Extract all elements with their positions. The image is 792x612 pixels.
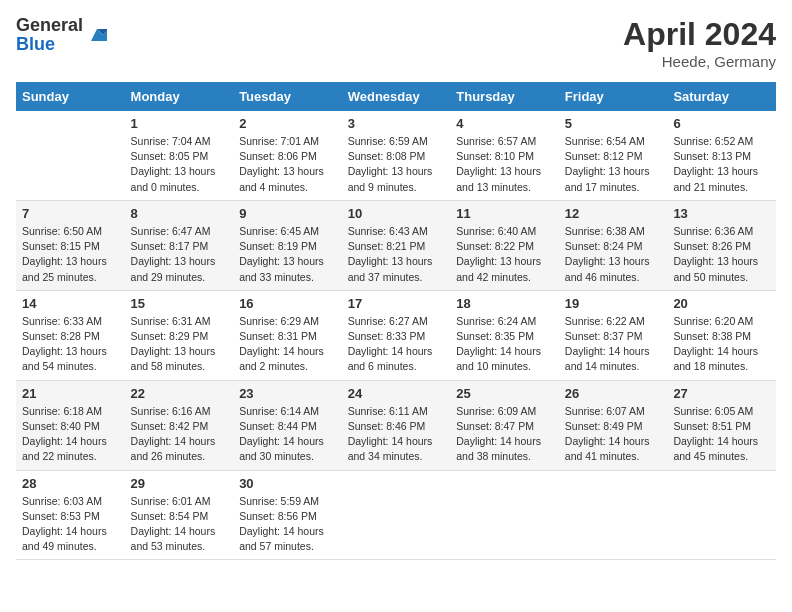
calendar-cell: 15Sunrise: 6:31 AMSunset: 8:29 PMDayligh…: [125, 290, 234, 380]
weekday-header-friday: Friday: [559, 82, 668, 111]
day-number: 14: [22, 296, 119, 311]
day-info: Sunrise: 6:38 AMSunset: 8:24 PMDaylight:…: [565, 224, 662, 285]
calendar-cell: 9Sunrise: 6:45 AMSunset: 8:19 PMDaylight…: [233, 200, 342, 290]
day-info: Sunrise: 6:22 AMSunset: 8:37 PMDaylight:…: [565, 314, 662, 375]
day-info: Sunrise: 6:43 AMSunset: 8:21 PMDaylight:…: [348, 224, 445, 285]
calendar-cell: [667, 470, 776, 560]
day-info: Sunrise: 6:14 AMSunset: 8:44 PMDaylight:…: [239, 404, 336, 465]
day-info: Sunrise: 6:59 AMSunset: 8:08 PMDaylight:…: [348, 134, 445, 195]
calendar-week-row: 28Sunrise: 6:03 AMSunset: 8:53 PMDayligh…: [16, 470, 776, 560]
day-number: 24: [348, 386, 445, 401]
weekday-header-row: SundayMondayTuesdayWednesdayThursdayFrid…: [16, 82, 776, 111]
calendar-week-row: 7Sunrise: 6:50 AMSunset: 8:15 PMDaylight…: [16, 200, 776, 290]
day-number: 18: [456, 296, 553, 311]
day-info: Sunrise: 6:57 AMSunset: 8:10 PMDaylight:…: [456, 134, 553, 195]
day-info: Sunrise: 6:36 AMSunset: 8:26 PMDaylight:…: [673, 224, 770, 285]
day-number: 11: [456, 206, 553, 221]
day-info: Sunrise: 6:29 AMSunset: 8:31 PMDaylight:…: [239, 314, 336, 375]
calendar-cell: [450, 470, 559, 560]
day-number: 21: [22, 386, 119, 401]
calendar-cell: 22Sunrise: 6:16 AMSunset: 8:42 PMDayligh…: [125, 380, 234, 470]
day-info: Sunrise: 6:20 AMSunset: 8:38 PMDaylight:…: [673, 314, 770, 375]
day-info: Sunrise: 6:47 AMSunset: 8:17 PMDaylight:…: [131, 224, 228, 285]
calendar-cell: 17Sunrise: 6:27 AMSunset: 8:33 PMDayligh…: [342, 290, 451, 380]
weekday-header-thursday: Thursday: [450, 82, 559, 111]
weekday-header-saturday: Saturday: [667, 82, 776, 111]
calendar-cell: 6Sunrise: 6:52 AMSunset: 8:13 PMDaylight…: [667, 111, 776, 200]
day-number: 17: [348, 296, 445, 311]
day-info: Sunrise: 6:54 AMSunset: 8:12 PMDaylight:…: [565, 134, 662, 195]
day-number: 6: [673, 116, 770, 131]
calendar-cell: 12Sunrise: 6:38 AMSunset: 8:24 PMDayligh…: [559, 200, 668, 290]
day-number: 20: [673, 296, 770, 311]
day-info: Sunrise: 7:01 AMSunset: 8:06 PMDaylight:…: [239, 134, 336, 195]
calendar-cell: 3Sunrise: 6:59 AMSunset: 8:08 PMDaylight…: [342, 111, 451, 200]
day-number: 22: [131, 386, 228, 401]
day-info: Sunrise: 6:18 AMSunset: 8:40 PMDaylight:…: [22, 404, 119, 465]
day-info: Sunrise: 6:05 AMSunset: 8:51 PMDaylight:…: [673, 404, 770, 465]
page-header: General Blue April 2024 Heede, Germany: [16, 16, 776, 70]
day-number: 3: [348, 116, 445, 131]
calendar-cell: 30Sunrise: 5:59 AMSunset: 8:56 PMDayligh…: [233, 470, 342, 560]
calendar-week-row: 1Sunrise: 7:04 AMSunset: 8:05 PMDaylight…: [16, 111, 776, 200]
weekday-header-wednesday: Wednesday: [342, 82, 451, 111]
day-info: Sunrise: 6:31 AMSunset: 8:29 PMDaylight:…: [131, 314, 228, 375]
calendar-header: SundayMondayTuesdayWednesdayThursdayFrid…: [16, 82, 776, 111]
day-info: Sunrise: 6:52 AMSunset: 8:13 PMDaylight:…: [673, 134, 770, 195]
day-number: 19: [565, 296, 662, 311]
day-number: 2: [239, 116, 336, 131]
day-number: 16: [239, 296, 336, 311]
day-info: Sunrise: 6:33 AMSunset: 8:28 PMDaylight:…: [22, 314, 119, 375]
day-info: Sunrise: 6:40 AMSunset: 8:22 PMDaylight:…: [456, 224, 553, 285]
day-info: Sunrise: 6:09 AMSunset: 8:47 PMDaylight:…: [456, 404, 553, 465]
calendar-cell: 18Sunrise: 6:24 AMSunset: 8:35 PMDayligh…: [450, 290, 559, 380]
day-number: 8: [131, 206, 228, 221]
calendar-cell: [342, 470, 451, 560]
day-number: 23: [239, 386, 336, 401]
day-number: 28: [22, 476, 119, 491]
weekday-header-sunday: Sunday: [16, 82, 125, 111]
calendar-cell: 27Sunrise: 6:05 AMSunset: 8:51 PMDayligh…: [667, 380, 776, 470]
day-number: 15: [131, 296, 228, 311]
calendar-cell: 13Sunrise: 6:36 AMSunset: 8:26 PMDayligh…: [667, 200, 776, 290]
day-info: Sunrise: 7:04 AMSunset: 8:05 PMDaylight:…: [131, 134, 228, 195]
logo-general-text: General: [16, 15, 83, 35]
logo-blue-text: Blue: [16, 34, 55, 54]
calendar-cell: 16Sunrise: 6:29 AMSunset: 8:31 PMDayligh…: [233, 290, 342, 380]
weekday-header-monday: Monday: [125, 82, 234, 111]
calendar-week-row: 14Sunrise: 6:33 AMSunset: 8:28 PMDayligh…: [16, 290, 776, 380]
calendar-cell: 24Sunrise: 6:11 AMSunset: 8:46 PMDayligh…: [342, 380, 451, 470]
day-info: Sunrise: 6:03 AMSunset: 8:53 PMDaylight:…: [22, 494, 119, 555]
day-info: Sunrise: 5:59 AMSunset: 8:56 PMDaylight:…: [239, 494, 336, 555]
day-info: Sunrise: 6:27 AMSunset: 8:33 PMDaylight:…: [348, 314, 445, 375]
calendar-table: SundayMondayTuesdayWednesdayThursdayFrid…: [16, 82, 776, 560]
calendar-cell: 20Sunrise: 6:20 AMSunset: 8:38 PMDayligh…: [667, 290, 776, 380]
day-info: Sunrise: 6:01 AMSunset: 8:54 PMDaylight:…: [131, 494, 228, 555]
day-info: Sunrise: 6:07 AMSunset: 8:49 PMDaylight:…: [565, 404, 662, 465]
day-number: 7: [22, 206, 119, 221]
title-block: April 2024 Heede, Germany: [623, 16, 776, 70]
calendar-cell: 1Sunrise: 7:04 AMSunset: 8:05 PMDaylight…: [125, 111, 234, 200]
day-number: 5: [565, 116, 662, 131]
calendar-cell: 21Sunrise: 6:18 AMSunset: 8:40 PMDayligh…: [16, 380, 125, 470]
calendar-week-row: 21Sunrise: 6:18 AMSunset: 8:40 PMDayligh…: [16, 380, 776, 470]
calendar-cell: 23Sunrise: 6:14 AMSunset: 8:44 PMDayligh…: [233, 380, 342, 470]
logo-icon: [87, 25, 107, 45]
calendar-cell: 29Sunrise: 6:01 AMSunset: 8:54 PMDayligh…: [125, 470, 234, 560]
calendar-cell: 7Sunrise: 6:50 AMSunset: 8:15 PMDaylight…: [16, 200, 125, 290]
calendar-cell: 26Sunrise: 6:07 AMSunset: 8:49 PMDayligh…: [559, 380, 668, 470]
location-subtitle: Heede, Germany: [623, 53, 776, 70]
day-number: 25: [456, 386, 553, 401]
day-info: Sunrise: 6:16 AMSunset: 8:42 PMDaylight:…: [131, 404, 228, 465]
calendar-cell: [559, 470, 668, 560]
calendar-body: 1Sunrise: 7:04 AMSunset: 8:05 PMDaylight…: [16, 111, 776, 560]
calendar-cell: 28Sunrise: 6:03 AMSunset: 8:53 PMDayligh…: [16, 470, 125, 560]
calendar-cell: [16, 111, 125, 200]
calendar-cell: 4Sunrise: 6:57 AMSunset: 8:10 PMDaylight…: [450, 111, 559, 200]
day-number: 1: [131, 116, 228, 131]
day-info: Sunrise: 6:45 AMSunset: 8:19 PMDaylight:…: [239, 224, 336, 285]
month-title: April 2024: [623, 16, 776, 53]
calendar-cell: 2Sunrise: 7:01 AMSunset: 8:06 PMDaylight…: [233, 111, 342, 200]
day-number: 9: [239, 206, 336, 221]
day-info: Sunrise: 6:24 AMSunset: 8:35 PMDaylight:…: [456, 314, 553, 375]
